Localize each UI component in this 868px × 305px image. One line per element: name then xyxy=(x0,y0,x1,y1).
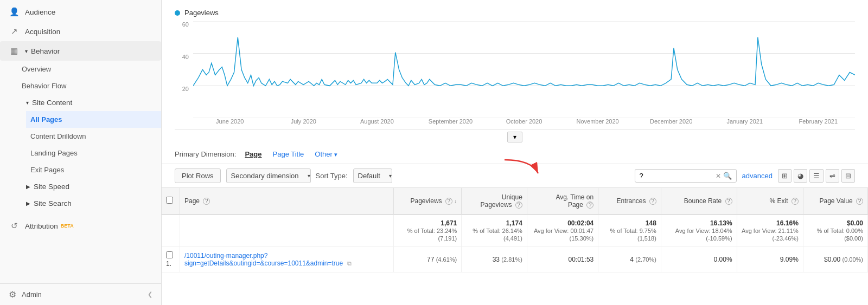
row1-page-link[interactable]: /10011/outing-manager.php?sign=getDetail… xyxy=(184,252,345,267)
sidebar-group-site-content[interactable]: ▾ Site Content xyxy=(17,94,161,111)
collapse-chart-btn[interactable]: ▾ xyxy=(507,132,522,142)
behavior-icon: ▦ xyxy=(9,46,20,56)
view-bar-btn[interactable]: ☰ xyxy=(809,169,824,183)
sidebar-item-landing-pages[interactable]: Landing Pages xyxy=(26,145,161,161)
dim-link-page-title[interactable]: Page Title xyxy=(273,150,304,158)
bounce-rate-help-icon[interactable]: ? xyxy=(725,198,732,205)
sidebar-item-audience[interactable]: 👤 Audience xyxy=(0,2,161,22)
sidebar-item-overview[interactable]: Overview xyxy=(17,61,161,77)
totals-bounce-rate: 16.13% xyxy=(710,219,732,227)
row1-page-cell: /10011/outing-manager.php?sign=getDetail… xyxy=(180,247,394,272)
totals-unique-pv: 1,174 xyxy=(506,219,522,227)
sidebar-item-exit-pages[interactable]: Exit Pages xyxy=(26,161,161,178)
row1-unique-pv-cell: 33 (2.81%) xyxy=(462,247,527,272)
sort-type-select[interactable]: Default xyxy=(353,168,392,183)
row1-entrances: 4 xyxy=(630,256,634,263)
th-unique-pageviews: UniquePageviews ? xyxy=(462,188,527,215)
totals-avg-time-cell: 00:02:04 Avg for View: 00:01:47 (15.30%) xyxy=(527,215,598,247)
search-submit-btn[interactable]: 🔍 xyxy=(723,172,732,180)
row1-entrances-pct: (2.70%) xyxy=(635,256,656,263)
row1-bounce-rate: 0.00% xyxy=(661,247,737,272)
totals-entrances: 148 xyxy=(646,219,656,227)
row1-num: 1. xyxy=(166,260,171,268)
page-value-help-icon[interactable]: ? xyxy=(856,198,863,205)
sidebar-item-behavior-flow[interactable]: Behavior Flow xyxy=(17,77,161,94)
th-bounce-rate: Bounce Rate ? xyxy=(661,188,737,215)
content-drilldown-label: Content Drilldown xyxy=(30,132,86,140)
x-label-september: September 2020 xyxy=(414,118,488,129)
row1-pageviews-cell: 77 (4.61%) xyxy=(394,247,462,272)
x-label-july: July 2020 xyxy=(267,118,341,129)
totals-page-value: $0.00 xyxy=(847,219,863,227)
row1-num-cell: 1. xyxy=(162,247,180,272)
totals-unique-pv-cell: 1,174 % of Total: 26.14% (4,491) xyxy=(462,215,527,247)
collapse-toggle: ▾ xyxy=(175,129,855,145)
sidebar-admin[interactable]: ⚙ Admin ❮ xyxy=(0,283,161,305)
row1-page-value-cell: $0.00 (0.00%) xyxy=(803,247,867,272)
red-arrow-svg xyxy=(499,157,542,179)
th-pageviews[interactable]: Pageviews ? ↓ xyxy=(394,188,462,215)
table-row: 1. /10011/outing-manager.php?sign=getDet… xyxy=(162,247,868,272)
beta-badge: BETA xyxy=(61,223,74,229)
sort-type-label: Sort Type: xyxy=(316,172,348,180)
sidebar-item-all-pages[interactable]: All Pages xyxy=(26,111,161,128)
avg-time-help-icon[interactable]: ? xyxy=(586,202,593,209)
sidebar-item-content-drilldown[interactable]: Content Drilldown xyxy=(26,128,161,145)
collapse-icon[interactable]: ❮ xyxy=(148,291,152,298)
view-icons: ⊞ ◕ ☰ ⇌ ⊟ xyxy=(778,169,855,183)
dim-link-other[interactable]: Other xyxy=(315,150,337,158)
x-label-december: December 2020 xyxy=(634,118,708,129)
x-label-june: June 2020 xyxy=(193,118,267,129)
totals-page-value-cell: $0.00 % of Total: 0.00% ($0.00) xyxy=(803,215,867,247)
unique-pv-help-icon[interactable]: ? xyxy=(515,202,522,209)
chart-area: Pageviews 60 40 20 xyxy=(162,0,868,145)
admin-label: Admin xyxy=(22,290,42,298)
view-pivot-btn[interactable]: ⊟ xyxy=(841,169,855,183)
sidebar-group-site-search[interactable]: ▶ Site Search xyxy=(17,195,161,212)
view-table-btn[interactable]: ⊞ xyxy=(778,169,792,183)
chart-x-labels: June 2020 July 2020 August 2020 Septembe… xyxy=(193,118,855,129)
totals-bounce-rate-cell: 16.13% Avg for View: 18.04% (-10.59%) xyxy=(661,215,737,247)
audience-icon: 👤 xyxy=(9,7,20,17)
row1-checkbox[interactable] xyxy=(166,251,173,258)
page-help-icon[interactable]: ? xyxy=(203,198,210,205)
totals-pageviews: 1,671 xyxy=(441,219,457,227)
search-area: ✕ 🔍 advanced ⊞ ◕ ☰ ⇌ ⊟ xyxy=(629,169,855,183)
th-exit-pct: % Exit ? xyxy=(737,188,803,215)
sidebar-item-attribution[interactable]: ↺ Attribution BETA xyxy=(0,216,161,236)
select-all-checkbox[interactable] xyxy=(166,197,173,204)
search-clear-btn[interactable]: ✕ xyxy=(716,172,721,180)
exit-pct-help-icon[interactable]: ? xyxy=(792,198,799,205)
totals-unique-pv-sub: % of Total: 26.14% (4,491) xyxy=(473,228,522,242)
secondary-dim-wrapper: Secondary dimension xyxy=(226,168,310,183)
sidebar-group-site-speed[interactable]: ▶ Site Speed xyxy=(17,178,161,195)
secondary-dim-select[interactable]: Secondary dimension xyxy=(226,168,311,183)
dim-link-page[interactable]: Page xyxy=(245,150,261,158)
advanced-link[interactable]: advanced xyxy=(742,172,773,180)
search-input[interactable] xyxy=(640,172,716,180)
totals-entrances-sub: % of Total: 9.75% (1,518) xyxy=(610,228,656,242)
chart-svg xyxy=(193,21,855,118)
sidebar-item-behavior[interactable]: ▦ ▾ Behavior xyxy=(0,41,161,61)
x-label-february: February 2021 xyxy=(782,118,856,129)
sidebar-item-behavior-label: Behavior xyxy=(31,47,60,55)
plot-rows-btn[interactable]: Plot Rows xyxy=(175,168,221,183)
row1-copy-icon[interactable]: ⧉ xyxy=(347,260,352,267)
view-compare-btn[interactable]: ⇌ xyxy=(826,169,839,183)
row1-avg-time: 00:01:53 xyxy=(527,247,598,272)
view-pie-btn[interactable]: ◕ xyxy=(794,169,807,183)
entrances-help-icon[interactable]: ? xyxy=(649,198,656,205)
totals-page-value-sub: % of Total: 0.00% ($0.00) xyxy=(817,228,863,242)
all-pages-label: All Pages xyxy=(30,115,62,124)
data-table: Page ? Pageviews ? ↓ UniquePageviews ? A… xyxy=(162,188,868,272)
sort-type-wrapper: Default xyxy=(353,168,392,183)
sidebar-item-acquisition-label: Acquisition xyxy=(25,28,60,36)
pageviews-help-icon[interactable]: ? xyxy=(445,198,452,205)
x-label-october: October 2020 xyxy=(487,118,561,129)
sidebar-item-acquisition[interactable]: ↗ Acquisition xyxy=(0,22,161,41)
site-content-label: Site Content xyxy=(32,99,72,107)
row1-page-value-pct: (0.00%) xyxy=(842,256,863,263)
th-page-value: Page Value ? xyxy=(803,188,867,215)
landing-pages-label: Landing Pages xyxy=(30,149,78,157)
primary-dim-label: Primary Dimension: xyxy=(175,150,236,158)
